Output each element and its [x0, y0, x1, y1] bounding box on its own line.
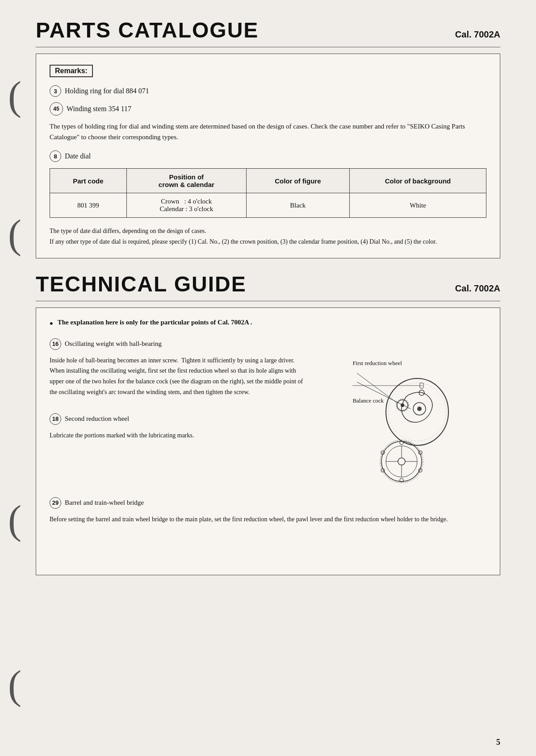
circle-3: 3 — [50, 85, 61, 97]
section-18-content: Lubricate the portions marked with the l… — [50, 430, 486, 488]
tech-guide-divider — [36, 301, 500, 301]
col-part-code: Part code — [50, 169, 127, 193]
section-16-content: Inside hole of ball-bearing becomes an i… — [50, 355, 486, 404]
cell-color-figure: Black — [246, 193, 349, 218]
section-29-title: Barrel and train-wheel bridge — [65, 499, 144, 507]
diagram-label-balance-cock: Balance cock — [352, 397, 384, 404]
left-bracket-mid: ( — [8, 214, 21, 254]
table-row: 801 399 Crown : 4 o'clockCalendar : 3 o'… — [50, 193, 486, 218]
cell-part-code: 801 399 — [50, 193, 127, 218]
left-bracket-low: ( — [8, 665, 21, 705]
date-dial-label: 8 Date dial — [50, 150, 486, 162]
table-header-row: Part code Position ofcrown & calendar Co… — [50, 169, 486, 193]
col-color-bg: Color of background — [349, 169, 486, 193]
second-reduction-diagram — [361, 430, 442, 488]
section-29-text: Before setting the barrel and train whee… — [50, 514, 486, 525]
left-bracket-top: ( — [8, 76, 21, 116]
circle-29: 29 — [50, 497, 61, 509]
left-bracket-bot: ( — [8, 500, 21, 540]
page: ( ( ( ( PARTS CATALOGUE Cal. 7002A Remar… — [0, 0, 536, 756]
section-16-text: Inside hole of ball-bearing becomes an i… — [50, 355, 304, 404]
section-29-label: 29 Barrel and train-wheel bridge — [50, 497, 486, 509]
parts-catalogue-cal: Cal. 7002A — [455, 29, 500, 40]
col-color-figure: Color of figure — [246, 169, 349, 193]
parts-catalogue-divider — [36, 47, 500, 47]
diagram-label-first-reduction: First reduction wheel — [352, 360, 402, 367]
tech-guide-cal: Cal. 7002A — [455, 283, 500, 294]
col-position: Position ofcrown & calendar — [126, 169, 246, 193]
section-16-title: Oscillating weight with ball-bearing — [65, 340, 162, 348]
tech-intro: • The explanation here is only for the p… — [50, 319, 486, 328]
circle-45: 45 — [50, 102, 63, 116]
parts-catalogue-header: PARTS CATALOGUE Cal. 7002A — [36, 18, 500, 42]
section-18-title: Second reduction wheel — [65, 415, 129, 423]
footer-note: The type of date dial differs, depending… — [50, 226, 486, 247]
cell-position: Crown : 4 o'clockCalendar : 3 o'clock — [126, 193, 246, 218]
tech-guide-title: TECHNICAL GUIDE — [36, 272, 247, 296]
tech-intro-text: The explanation here is only for the par… — [58, 319, 252, 326]
section-16-label: 16 Oscillating weight with ball-bearing — [50, 338, 486, 350]
section-18-text: Lubricate the portions marked with the l… — [50, 430, 304, 488]
remark-item-45: 45 Winding stem 354 117 — [50, 102, 486, 116]
remarks-label: Remarks: — [50, 65, 93, 77]
section-18-diagram — [317, 430, 486, 488]
parts-catalogue-box: Remarks: 3 Holding ring for dial 884 071… — [36, 54, 500, 258]
remark-item-3: 3 Holding ring for dial 884 071 — [50, 85, 486, 97]
svg-point-14 — [398, 458, 405, 465]
svg-point-3 — [417, 407, 422, 411]
circle-18: 18 — [50, 413, 61, 425]
parts-table: Part code Position ofcrown & calendar Co… — [50, 168, 486, 218]
cell-color-bg: White — [349, 193, 486, 218]
tech-guide-box: • The explanation here is only for the p… — [36, 307, 500, 575]
circle-8: 8 — [50, 150, 61, 162]
holding-ring-note: The types of holding ring for dial and w… — [50, 121, 486, 142]
remark-item-45-text: Winding stem 354 117 — [67, 105, 131, 113]
page-number: 5 — [496, 738, 500, 747]
parts-catalogue-title: PARTS CATALOGUE — [36, 18, 259, 42]
bullet-dot: • — [50, 319, 53, 328]
date-dial-text: Date dial — [65, 152, 91, 160]
remark-item-3-text: Holding ring for dial 884 071 — [65, 87, 149, 95]
tech-guide-header: TECHNICAL GUIDE Cal. 7002A — [36, 272, 500, 296]
section-16-diagram: First reduction wheel — [317, 355, 486, 404]
circle-16: 16 — [50, 338, 61, 350]
